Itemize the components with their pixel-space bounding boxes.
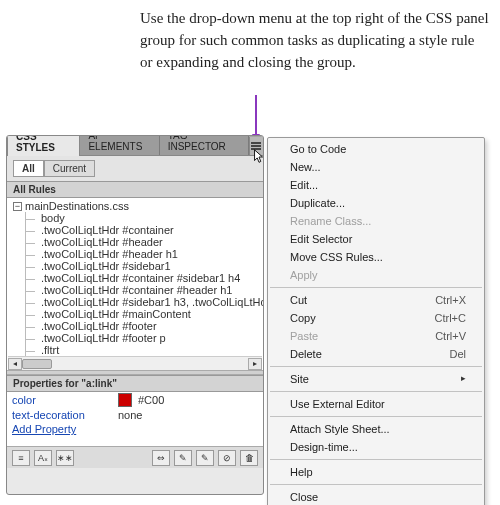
menu-item-label: Apply bbox=[290, 269, 318, 281]
menu-separator bbox=[270, 366, 482, 367]
tab-tag-inspector[interactable]: TAG INSPECTOR bbox=[160, 135, 249, 155]
property-row-color[interactable]: color #C00 bbox=[7, 392, 263, 408]
subtab-current[interactable]: Current bbox=[44, 160, 95, 177]
scroll-left-button[interactable]: ◂ bbox=[8, 358, 22, 370]
menu-item-label: Rename Class... bbox=[290, 215, 371, 227]
show-category-view-button[interactable]: ≡ bbox=[12, 450, 30, 466]
scroll-thumb[interactable] bbox=[22, 359, 52, 369]
menu-item[interactable]: DeleteDel bbox=[268, 345, 484, 363]
rule-item[interactable]: .twoColLiqLtHdr #container #sidebar1 h4 bbox=[11, 272, 263, 284]
rule-item[interactable]: .twoColLiqLtHdr #footer p bbox=[11, 332, 263, 344]
rule-item[interactable]: .fltrt bbox=[11, 344, 263, 356]
stylesheet-node[interactable]: − mainDestinations.css bbox=[11, 200, 263, 212]
menu-separator bbox=[270, 391, 482, 392]
horizontal-scrollbar[interactable]: ◂ ▸ bbox=[8, 356, 262, 370]
color-swatch[interactable] bbox=[118, 393, 132, 407]
menu-item: Rename Class... bbox=[268, 212, 484, 230]
menu-item[interactable]: Use External Editor bbox=[268, 395, 484, 413]
all-rules-heading: All Rules bbox=[7, 181, 263, 198]
rule-item[interactable]: .twoColLiqLtHdr #container bbox=[11, 224, 263, 236]
collapse-icon[interactable]: − bbox=[13, 202, 22, 211]
menu-item-shortcut: Ctrl+V bbox=[435, 330, 466, 342]
disable-enable-button[interactable]: ⊘ bbox=[218, 450, 236, 466]
show-list-view-button[interactable]: Aₓ bbox=[34, 450, 52, 466]
menu-separator bbox=[270, 287, 482, 288]
menu-separator bbox=[270, 459, 482, 460]
menu-item[interactable]: Help bbox=[268, 463, 484, 481]
property-row-text-decoration[interactable]: text-decoration none bbox=[7, 408, 263, 422]
menu-item[interactable]: Design-time... bbox=[268, 438, 484, 456]
callout-pointer bbox=[255, 95, 257, 135]
menu-item-shortcut: Ctrl+C bbox=[435, 312, 466, 324]
rule-item[interactable]: .twoColLiqLtHdr #footer bbox=[11, 320, 263, 332]
property-value[interactable]: #C00 bbox=[138, 394, 164, 406]
properties-heading: Properties for "a:link" bbox=[7, 375, 263, 392]
menu-item-label: Attach Style Sheet... bbox=[290, 423, 390, 435]
menu-item-label: Cut bbox=[290, 294, 307, 306]
add-property-row[interactable]: Add Property bbox=[7, 422, 263, 436]
menu-item-shortcut: Del bbox=[449, 348, 466, 360]
menu-item: Apply bbox=[268, 266, 484, 284]
property-name[interactable]: color bbox=[12, 394, 112, 406]
menu-item[interactable]: Edit... bbox=[268, 176, 484, 194]
new-rule-button[interactable]: ✎ bbox=[174, 450, 192, 466]
menu-item-label: Edit... bbox=[290, 179, 318, 191]
subtabs: All Current bbox=[7, 156, 263, 181]
rule-item[interactable]: .twoColLiqLtHdr #sidebar1 h3, .twoColLiq… bbox=[11, 296, 263, 308]
menu-item-label: Edit Selector bbox=[290, 233, 352, 245]
subtab-all[interactable]: All bbox=[13, 160, 44, 177]
menu-item[interactable]: Close bbox=[268, 488, 484, 505]
scroll-track[interactable] bbox=[22, 358, 248, 370]
menu-item[interactable]: Duplicate... bbox=[268, 194, 484, 212]
property-value[interactable]: none bbox=[118, 409, 142, 421]
menu-item[interactable]: Site bbox=[268, 370, 484, 388]
menu-item-label: Move CSS Rules... bbox=[290, 251, 383, 263]
menu-item[interactable]: New... bbox=[268, 158, 484, 176]
menu-item: PasteCtrl+V bbox=[268, 327, 484, 345]
rule-item[interactable]: .twoColLiqLtHdr #container #header h1 bbox=[11, 284, 263, 296]
menu-item-label: Paste bbox=[290, 330, 318, 342]
menu-item[interactable]: Edit Selector bbox=[268, 230, 484, 248]
menu-separator bbox=[270, 484, 482, 485]
panel-options-menu: Go to CodeNew...Edit...Duplicate...Renam… bbox=[267, 137, 485, 505]
property-name[interactable]: text-decoration bbox=[12, 409, 112, 421]
css-panel: CSS STYLES AP ELEMENTS TAG INSPECTOR All… bbox=[6, 135, 264, 495]
delete-rule-button[interactable]: 🗑 bbox=[240, 450, 258, 466]
scroll-right-button[interactable]: ▸ bbox=[248, 358, 262, 370]
rule-item[interactable]: .twoColLiqLtHdr #sidebar1 bbox=[11, 260, 263, 272]
menu-item[interactable]: Go to Code bbox=[268, 140, 484, 158]
menu-item[interactable]: CopyCtrl+C bbox=[268, 309, 484, 327]
menu-item[interactable]: Attach Style Sheet... bbox=[268, 420, 484, 438]
menu-item-label: Help bbox=[290, 466, 313, 478]
rules-tree: − mainDestinations.css body.twoColLiqLtH… bbox=[7, 198, 263, 370]
menu-item[interactable]: Move CSS Rules... bbox=[268, 248, 484, 266]
menu-item-label: Go to Code bbox=[290, 143, 346, 155]
menu-item-label: Design-time... bbox=[290, 441, 358, 453]
stylesheet-name: mainDestinations.css bbox=[25, 200, 129, 212]
menu-item-label: Copy bbox=[290, 312, 316, 324]
rule-item[interactable]: .twoColLiqLtHdr #header bbox=[11, 236, 263, 248]
menu-item-label: Delete bbox=[290, 348, 322, 360]
menu-item-label: New... bbox=[290, 161, 321, 173]
panel-footer: ≡ Aₓ ∗∗ ⇔ ✎ ✎ ⊘ 🗑 bbox=[7, 446, 263, 468]
rule-item[interactable]: .twoColLiqLtHdr #header h1 bbox=[11, 248, 263, 260]
menu-separator bbox=[270, 416, 482, 417]
menu-item-shortcut: Ctrl+X bbox=[435, 294, 466, 306]
rule-item[interactable]: .twoColLiqLtHdr #mainContent bbox=[11, 308, 263, 320]
menu-item-label: Site bbox=[290, 373, 309, 385]
tab-ap-elements[interactable]: AP ELEMENTS bbox=[80, 135, 159, 155]
menu-item[interactable]: CutCtrl+X bbox=[268, 291, 484, 309]
properties-list: color #C00 text-decoration none Add Prop… bbox=[7, 392, 263, 446]
panel-tabs: CSS STYLES AP ELEMENTS TAG INSPECTOR bbox=[7, 136, 263, 156]
menu-item-label: Close bbox=[290, 491, 318, 503]
attach-stylesheet-button[interactable]: ⇔ bbox=[152, 450, 170, 466]
rule-item[interactable]: body bbox=[11, 212, 263, 224]
add-property-link[interactable]: Add Property bbox=[12, 423, 112, 435]
hamburger-icon bbox=[251, 142, 261, 150]
edit-rule-button[interactable]: ✎ bbox=[196, 450, 214, 466]
menu-item-label: Use External Editor bbox=[290, 398, 385, 410]
caption-text: Use the drop-down menu at the top right … bbox=[140, 8, 490, 73]
tab-css-styles[interactable]: CSS STYLES bbox=[7, 135, 80, 156]
panel-options-button[interactable] bbox=[249, 137, 263, 155]
show-only-set-button[interactable]: ∗∗ bbox=[56, 450, 74, 466]
